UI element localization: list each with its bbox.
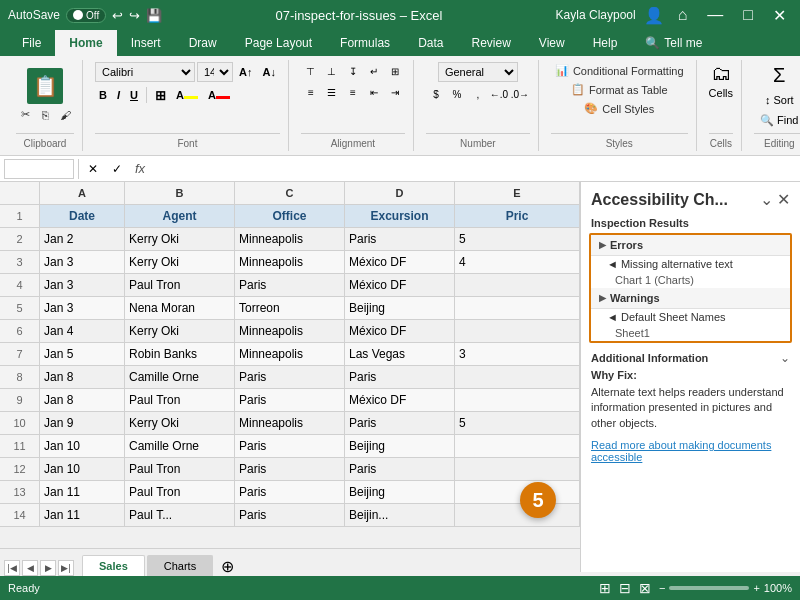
border-button[interactable]: ⊞ <box>151 85 170 105</box>
cell-8-c[interactable]: Paris <box>235 366 345 388</box>
cell-7-a[interactable]: Jan 5 <box>40 343 125 365</box>
cell-11-c[interactable]: Paris <box>235 435 345 457</box>
cell-2-b[interactable]: Kerry Oki <box>125 228 235 250</box>
cell-7-c[interactable]: Minneapolis <box>235 343 345 365</box>
view-page-break-icon[interactable]: ⊠ <box>639 580 651 596</box>
cell-4-a[interactable]: Jan 3 <box>40 274 125 296</box>
cell-13-c[interactable]: Paris <box>235 481 345 503</box>
cell-10-d[interactable]: Paris <box>345 412 455 434</box>
cell-8-e[interactable] <box>455 366 580 388</box>
cell-1-c[interactable]: Office <box>235 205 345 227</box>
autosave-toggle[interactable]: Off <box>66 8 106 23</box>
confirm-formula-button[interactable]: ✓ <box>107 159 127 179</box>
tab-view[interactable]: View <box>525 30 579 56</box>
maximize-button[interactable]: □ <box>737 4 759 26</box>
cell-1-b[interactable]: Agent <box>125 205 235 227</box>
paste-button[interactable]: 📋 <box>27 68 63 104</box>
quick-save-icon[interactable]: 💾 <box>146 8 162 23</box>
decrease-indent-button[interactable]: ⇤ <box>364 83 384 101</box>
cell-2-d[interactable]: Paris <box>345 228 455 250</box>
font-size-select[interactable]: 14 <box>197 62 233 82</box>
col-header-e[interactable]: E <box>455 182 580 204</box>
format-painter-button[interactable]: 🖌 <box>56 106 74 124</box>
percent-button[interactable]: % <box>447 85 467 103</box>
increase-indent-button[interactable]: ⇥ <box>385 83 405 101</box>
increase-decimal-button[interactable]: .0→ <box>510 85 530 103</box>
cell-12-e[interactable] <box>455 458 580 480</box>
cell-styles-button[interactable]: 🎨 Cell Styles <box>580 100 658 117</box>
name-box[interactable] <box>4 159 74 179</box>
cancel-formula-button[interactable]: ✕ <box>83 159 103 179</box>
cell-11-d[interactable]: Beijing <box>345 435 455 457</box>
scroll-first-button[interactable]: |◀ <box>4 560 20 576</box>
comma-button[interactable]: , <box>468 85 488 103</box>
font-color-button[interactable]: A <box>204 85 234 105</box>
cell-14-a[interactable]: Jan 11 <box>40 504 125 526</box>
cell-8-d[interactable]: Paris <box>345 366 455 388</box>
cell-4-d[interactable]: México DF <box>345 274 455 296</box>
cell-9-d[interactable]: México DF <box>345 389 455 411</box>
cell-5-e[interactable] <box>455 297 580 319</box>
cell-4-e[interactable] <box>455 274 580 296</box>
panel-collapse-button[interactable]: ⌄ <box>760 190 773 209</box>
cell-12-d[interactable]: Paris <box>345 458 455 480</box>
cell-2-e[interactable]: 5 <box>455 228 580 250</box>
cell-8-b[interactable]: Camille Orne <box>125 366 235 388</box>
sum-button[interactable]: Σ <box>767 62 791 89</box>
view-normal-icon[interactable]: ⊞ <box>599 580 611 596</box>
tab-insert[interactable]: Insert <box>117 30 175 56</box>
cell-14-c[interactable]: Paris <box>235 504 345 526</box>
format-as-table-button[interactable]: 📋 Format as Table <box>567 81 672 98</box>
align-center-button[interactable]: ☰ <box>322 83 342 101</box>
cell-1-d[interactable]: Excursion <box>345 205 455 227</box>
cell-9-a[interactable]: Jan 8 <box>40 389 125 411</box>
increase-font-button[interactable]: A↑ <box>235 62 256 82</box>
currency-button[interactable]: $ <box>426 85 446 103</box>
col-header-a[interactable]: A <box>40 182 125 204</box>
cell-13-a[interactable]: Jan 11 <box>40 481 125 503</box>
cut-button[interactable]: ✂ <box>16 106 34 124</box>
cell-10-a[interactable]: Jan 9 <box>40 412 125 434</box>
tab-tell-me[interactable]: 🔍 Tell me <box>631 30 716 56</box>
cell-9-c[interactable]: Paris <box>235 389 345 411</box>
cell-3-b[interactable]: Kerry Oki <box>125 251 235 273</box>
cell-5-b[interactable]: Nena Moran <box>125 297 235 319</box>
col-header-b[interactable]: B <box>125 182 235 204</box>
tab-page-layout[interactable]: Page Layout <box>231 30 326 56</box>
tab-formulas[interactable]: Formulas <box>326 30 404 56</box>
warning-item-1[interactable]: ◄ Default Sheet Names <box>591 309 790 325</box>
find-button[interactable]: 🔍 Find <box>754 111 800 129</box>
align-right-button[interactable]: ≡ <box>343 83 363 101</box>
bold-button[interactable]: B <box>95 85 111 105</box>
wrap-text-button[interactable]: ↵ <box>364 62 384 80</box>
tab-review[interactable]: Review <box>457 30 524 56</box>
cell-6-b[interactable]: Kerry Oki <box>125 320 235 342</box>
cell-12-b[interactable]: Paul Tron <box>125 458 235 480</box>
tab-data[interactable]: Data <box>404 30 457 56</box>
decrease-decimal-button[interactable]: ←.0 <box>489 85 509 103</box>
cell-5-c[interactable]: Torreon <box>235 297 345 319</box>
sort-filter-button[interactable]: ↕ Sort <box>759 91 800 109</box>
tab-help[interactable]: Help <box>579 30 632 56</box>
decrease-font-button[interactable]: A↓ <box>258 62 279 82</box>
zoom-out-button[interactable]: − <box>659 582 665 594</box>
underline-button[interactable]: U <box>126 85 142 105</box>
cell-6-d[interactable]: México DF <box>345 320 455 342</box>
sheet-tab-sales[interactable]: Sales <box>82 555 145 576</box>
sheet-tab-charts[interactable]: Charts <box>147 555 213 576</box>
errors-header[interactable]: ▶ Errors <box>591 235 790 256</box>
cell-6-e[interactable] <box>455 320 580 342</box>
cell-8-a[interactable]: Jan 8 <box>40 366 125 388</box>
cell-10-c[interactable]: Minneapolis <box>235 412 345 434</box>
view-layout-icon[interactable]: ⊟ <box>619 580 631 596</box>
scroll-last-button[interactable]: ▶| <box>58 560 74 576</box>
error-item-2[interactable]: Chart 1 (Charts) <box>591 272 790 288</box>
cell-1-a[interactable]: Date <box>40 205 125 227</box>
scroll-prev-button[interactable]: ◀ <box>22 560 38 576</box>
add-sheet-button[interactable]: ⊕ <box>215 557 240 576</box>
cell-3-c[interactable]: Minneapolis <box>235 251 345 273</box>
cell-10-e[interactable]: 5 <box>455 412 580 434</box>
cell-2-a[interactable]: Jan 2 <box>40 228 125 250</box>
italic-button[interactable]: I <box>113 85 124 105</box>
tab-draw[interactable]: Draw <box>175 30 231 56</box>
